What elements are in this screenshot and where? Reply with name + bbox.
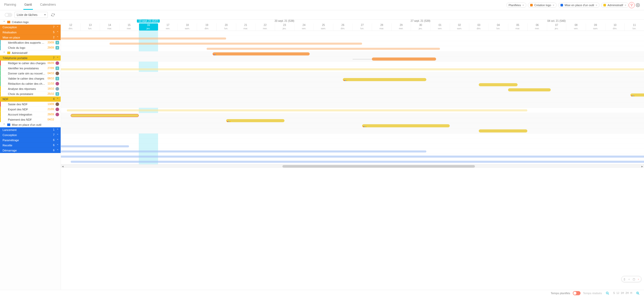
day-cell[interactable]: 20lun. <box>216 23 236 31</box>
chevron-up-icon[interactable]: ⌃ <box>56 56 59 59</box>
group-row[interactable]: Paramétrage6⌃ <box>0 138 61 143</box>
chevron-up-icon[interactable]: ⌃ <box>56 149 59 152</box>
day-cell[interactable]: 22mer. <box>255 23 275 31</box>
day-cell[interactable]: 30jeu. <box>411 23 430 31</box>
zoom-in-icon[interactable] <box>635 290 641 296</box>
scroll-left-icon[interactable]: ◂ <box>61 165 65 168</box>
filter-chip[interactable]: Planifiées× <box>506 3 526 8</box>
group-row[interactable]: Conception7⌃ <box>0 25 61 30</box>
day-cell[interactable]: 17ven. <box>158 23 178 31</box>
gantt-bar[interactable] <box>213 52 310 55</box>
sidebar-toggle[interactable] <box>5 13 12 17</box>
task-row[interactable]: Identification des supports de commun...… <box>0 40 61 45</box>
task-row[interactable]: Choix du logo29/094 <box>0 45 61 50</box>
day-cell[interactable]: 11lun. <box>624 23 644 31</box>
gantt-body[interactable] <box>61 31 644 164</box>
scroll-thumb[interactable] <box>282 165 475 168</box>
day-cell[interactable]: 14mar. <box>100 23 119 31</box>
chevron-up-icon[interactable]: ⌃ <box>56 128 59 131</box>
gantt-bar[interactable] <box>207 48 440 50</box>
day-cell[interactable]: 03dim. <box>469 23 489 31</box>
gantt-bar[interactable] <box>479 129 527 132</box>
chevron-up-icon[interactable]: ⌃ <box>56 133 59 136</box>
group-row[interactable]: NDF4⌃ <box>0 97 61 102</box>
zoom-out-icon[interactable] <box>604 290 611 296</box>
project-row[interactable]: ⌃Mise en place d'un outil <box>0 122 61 127</box>
tab-planning[interactable]: Planning <box>3 0 17 10</box>
next-icon[interactable]: › <box>636 277 641 281</box>
task-row[interactable]: Identifier les prestataires27/092 <box>0 66 61 71</box>
gantt-bar[interactable] <box>61 68 644 70</box>
group-row[interactable]: Réalisation5⌃ <box>0 30 61 35</box>
close-icon[interactable]: × <box>522 4 524 7</box>
day-cell[interactable]: 13lun. <box>80 23 100 31</box>
zoom-step[interactable]: 1J <box>617 292 619 294</box>
scroll-right-icon[interactable]: ▸ <box>640 165 644 168</box>
task-row[interactable]: Rédaction du cahier des charges11/10 <box>0 81 61 86</box>
day-cell[interactable]: 08ven. <box>566 23 586 31</box>
day-cell[interactable]: 18sam. <box>178 23 197 31</box>
day-cell[interactable]: 09sam. <box>586 23 605 31</box>
chevron-up-icon[interactable]: ⌃ <box>56 98 59 100</box>
gear-icon[interactable] <box>635 2 641 8</box>
day-cell[interactable]: 19dim. <box>197 23 216 31</box>
day-cell[interactable]: 16jeu. <box>139 23 158 31</box>
zoom-step[interactable]: 1H <box>621 292 624 294</box>
group-row[interactable]: Recette6⌃ <box>0 143 61 148</box>
refresh-icon[interactable] <box>50 12 56 18</box>
day-cell[interactable]: 04lun. <box>489 23 508 31</box>
gantt-bar[interactable] <box>343 78 426 81</box>
close-icon[interactable]: × <box>553 4 554 7</box>
day-cell[interactable]: 12dim. <box>61 23 80 31</box>
task-row[interactable]: Donner carte sim au nouvel arrivant04/10 <box>0 71 61 76</box>
fit-icon[interactable]: ▯ <box>622 277 627 281</box>
gantt-bar[interactable] <box>61 37 226 40</box>
chevron-up-icon[interactable]: ⌃ <box>56 139 59 141</box>
gantt-bar[interactable] <box>61 156 644 158</box>
group-row[interactable]: Conception7⌃ <box>0 132 61 138</box>
gantt-bar[interactable] <box>372 58 436 61</box>
group-row[interactable]: Téléphonie portable7⌃ <box>0 55 61 61</box>
task-row[interactable]: Saisie des NDF13/09 <box>0 102 61 107</box>
day-cell[interactable]: 02sam. <box>450 23 469 31</box>
filter-chip[interactable]: Administratif× <box>601 3 629 8</box>
gantt-bar[interactable] <box>362 124 449 127</box>
task-row[interactable]: Account integration28/09 <box>0 112 61 117</box>
chevron-up-icon[interactable]: ⌃ <box>56 26 59 28</box>
day-cell[interactable]: 27lun. <box>353 23 372 31</box>
today-icon[interactable]: ▢ <box>631 277 636 281</box>
group-row[interactable]: Lancement1⌃ <box>0 127 61 132</box>
gantt-bar[interactable] <box>67 109 528 111</box>
gantt-chart[interactable]: 20 sept. 21 (S38)27 sept. 21 (S39)04 oct… <box>61 20 644 290</box>
task-row[interactable]: Rédiger le cahier des charges06/09 <box>0 61 61 66</box>
group-row[interactable]: Démarrage6⌃ <box>0 148 61 153</box>
tab-gantt[interactable]: Gantt <box>23 0 33 10</box>
day-cell[interactable]: 01ven. <box>430 23 450 31</box>
gantt-bar[interactable] <box>226 119 284 122</box>
close-icon[interactable]: × <box>596 4 597 7</box>
day-cell[interactable]: 15mer. <box>119 23 139 31</box>
day-cell[interactable]: 28mar. <box>372 23 391 31</box>
filter-chip[interactable]: Mise en place d'un outil× <box>558 3 600 8</box>
project-row[interactable]: ⌃Administratif <box>0 50 61 55</box>
grouping-dropdown[interactable]: Liste de tâches <box>14 12 48 18</box>
day-cell[interactable]: 10dim. <box>605 23 625 31</box>
chevron-up-icon[interactable]: ⌃ <box>56 31 59 34</box>
day-cell[interactable]: 26dim. <box>333 23 353 31</box>
task-row[interactable]: Choix du prestataire25/103 <box>0 91 61 97</box>
chevron-up-icon[interactable]: ⌃ <box>3 21 6 23</box>
prev-icon[interactable]: ‹ <box>627 277 631 281</box>
chevron-up-icon[interactable]: ⌃ <box>56 36 59 39</box>
close-icon[interactable]: × <box>625 4 626 7</box>
time-mode-toggle[interactable] <box>573 291 581 295</box>
day-cell[interactable]: 07jeu. <box>547 23 566 31</box>
gantt-bar[interactable] <box>630 93 644 97</box>
group-row[interactable]: Mise en place2⌃ <box>0 35 61 40</box>
chevron-up-icon[interactable]: ⌃ <box>56 144 59 147</box>
gantt-bar[interactable] <box>508 88 551 91</box>
day-cell[interactable]: 06mer. <box>527 23 547 31</box>
day-cell[interactable]: 23jeu. <box>275 23 294 31</box>
project-row[interactable]: ⌃Création logo <box>0 20 61 25</box>
chevron-up-icon[interactable]: ⌃ <box>3 123 6 126</box>
gantt-bar[interactable] <box>61 145 129 147</box>
